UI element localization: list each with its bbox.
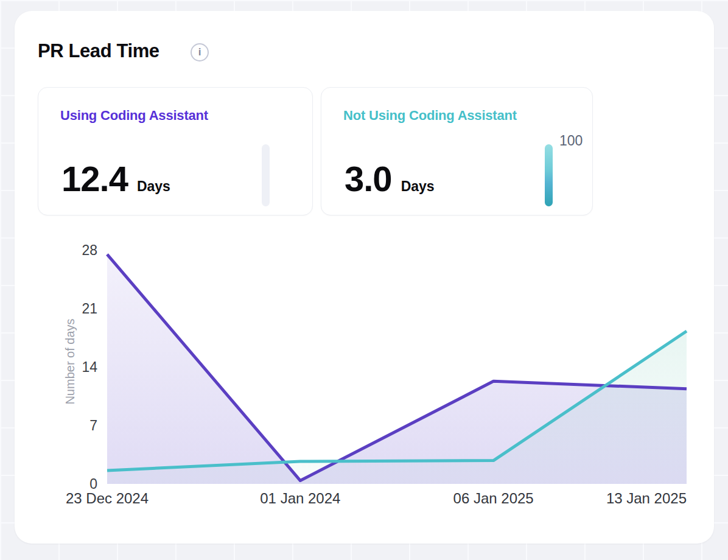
y-tick-label: 14 <box>82 359 97 375</box>
x-tick-label: 23 Dec 2024 <box>66 490 149 506</box>
stat-value: 12.4 <box>61 161 128 197</box>
scale-max-label: 100 <box>559 133 583 150</box>
stat-label: Not Using Coding Assistant <box>343 108 517 124</box>
stat-value-row: 3.0 Days <box>345 161 435 197</box>
lead-time-chart: 07142128Number of days23 Dec 202401 Jan … <box>15 242 714 522</box>
y-tick-label: 21 <box>82 301 97 317</box>
pr-lead-time-card: PR Lead Time i Using Coding Assistant 12… <box>15 11 714 544</box>
stat-card-not-using-coding-assistant: Not Using Coding Assistant 3.0 Days 100 <box>321 87 593 215</box>
page-title: PR Lead Time <box>38 40 159 62</box>
lead-time-chart-canvas[interactable]: 07142128Number of days23 Dec 202401 Jan … <box>15 242 714 522</box>
stat-scale-bar <box>545 144 553 206</box>
y-tick-label: 7 <box>89 418 97 433</box>
stat-label: Using Coding Assistant <box>60 108 208 124</box>
x-tick-label: 06 Jan 2025 <box>453 490 534 506</box>
dashboard-page: { "header": { "title": "PR Lead Time", "… <box>0 0 728 560</box>
stat-value-row: 12.4 Days <box>61 161 170 197</box>
stat-unit: Days <box>137 180 170 197</box>
x-tick-label: 01 Jan 2024 <box>260 490 340 506</box>
stat-unit: Days <box>401 180 435 197</box>
info-icon[interactable]: i <box>191 43 209 61</box>
y-tick-label: 28 <box>82 242 97 258</box>
info-icon-glyph: i <box>198 46 201 58</box>
stat-scale-bar <box>262 144 270 206</box>
stat-value: 3.0 <box>345 161 392 197</box>
stat-card-using-coding-assistant: Using Coding Assistant 12.4 Days <box>38 87 313 215</box>
y-axis-title: Number of days <box>63 318 77 404</box>
x-tick-label: 13 Jan 2025 <box>606 490 687 506</box>
